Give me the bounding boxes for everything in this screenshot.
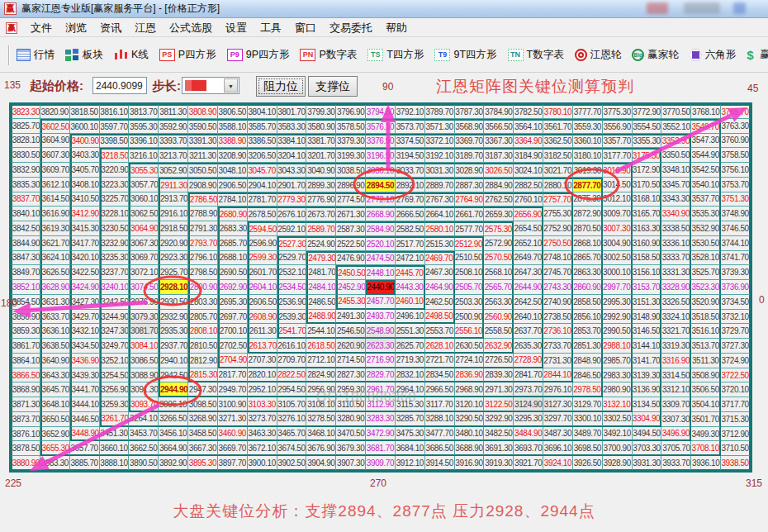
gann-price-square-grid: 3823.303820.903818.503816.103813.703811.… — [9, 102, 752, 473]
grid-cell: 3285.70 — [396, 412, 425, 427]
grid-cell: 3028.90 — [455, 163, 485, 178]
toolbar-item-4[interactable]: P99P四方形 — [227, 48, 290, 62]
grid-cell: 2798.50 — [188, 265, 218, 280]
resistance-button[interactable]: 阻力位 — [256, 76, 306, 97]
grid-cell: 3607.30 — [40, 148, 70, 163]
toolbar-item-7[interactable]: T99T四方形 — [434, 48, 496, 62]
start-price-input[interactable] — [92, 77, 147, 94]
menu-item-5[interactable]: 设置 — [219, 19, 254, 37]
grid-cell: 3561.70 — [543, 119, 573, 134]
toolbar-item-12[interactable]: $赢家服务 — [747, 48, 768, 62]
grid-cell: 3559.30 — [573, 119, 603, 134]
grid-cell: 3403.30 — [70, 148, 100, 163]
grid-cell: 2680.90 — [218, 207, 248, 221]
grid-cell: 3590.50 — [188, 119, 218, 134]
grid-cell: 3168.10 — [633, 192, 662, 207]
grid-cell: 2841.70 — [514, 368, 543, 383]
grid-cell: 3228.10 — [100, 207, 130, 221]
support-button[interactable]: 支撑位 — [308, 76, 358, 97]
grid-cell: 3703.30 — [633, 441, 662, 456]
grid-cell: 3621.70 — [40, 236, 70, 251]
toolbar-item-9[interactable]: 江恩轮 — [575, 48, 622, 62]
grid-cell: 2904.10 — [248, 178, 277, 192]
grid-cell: 2920.90 — [159, 236, 188, 251]
menu-item-3[interactable]: 江恩 — [128, 19, 163, 37]
grid-cell: 2484.10 — [306, 280, 336, 295]
grid-cell: 2659.30 — [484, 207, 514, 221]
menu-item-8[interactable]: 交易委托 — [323, 19, 379, 37]
grid-cell: 3412.90 — [70, 207, 100, 221]
badge-icon: P9 — [227, 49, 243, 61]
grid-cell: 3448.90 — [70, 427, 100, 442]
grid-cell: 3432.10 — [70, 324, 100, 339]
grid-cell-key-level: 2877.70 — [573, 178, 603, 192]
window-button-blurred-icon[interactable] — [647, 2, 668, 14]
toolbar-item-2[interactable]: K线 — [114, 48, 149, 62]
grid-cell: 3720.10 — [721, 382, 751, 397]
grid-cell: 3717.70 — [721, 397, 751, 412]
grid-cell: 2457.70 — [366, 295, 396, 310]
grid-cell: 3266.50 — [159, 412, 188, 427]
grid-cell: 3184.90 — [514, 148, 543, 163]
grid-cell: 2647.30 — [514, 265, 543, 280]
grid-cell: 2606.50 — [248, 295, 277, 310]
menu-item-4[interactable]: 公式选股 — [163, 19, 219, 37]
menu-item-2[interactable]: 资讯 — [93, 19, 128, 37]
toolbar-item-8[interactable]: TNT数字表 — [508, 48, 564, 62]
grid-cell: 3818.50 — [70, 104, 100, 119]
grid-cell: 2846.50 — [573, 368, 603, 383]
grid-cell: 2954.50 — [277, 382, 307, 397]
toolbar-item-0[interactable]: 行情 — [17, 48, 55, 62]
grid-cell: 3196.90 — [366, 148, 396, 163]
grid-cell: 3076.90 — [129, 295, 159, 310]
grid-cell: 2908.90 — [188, 178, 218, 192]
grid-cell: 3379.30 — [336, 134, 366, 149]
grid-cell: 3588.10 — [218, 119, 248, 134]
window-help-blurred-icon[interactable] — [733, 2, 746, 14]
chevron-down-icon[interactable]: ▼ — [224, 78, 238, 93]
grid-cell: 3657.70 — [70, 441, 100, 456]
grid-cell: 3540.10 — [691, 178, 721, 192]
grid-cell: 3391.30 — [188, 134, 218, 149]
toolbar-item-6[interactable]: TST四方形 — [367, 48, 424, 62]
grid-cell: 3050.50 — [188, 163, 218, 178]
grid-cell: 2992.90 — [603, 310, 633, 325]
grid-cell: 3674.50 — [277, 441, 307, 456]
grid-cell: 2839.30 — [484, 368, 514, 383]
step-dropdown[interactable]: ▼ — [182, 77, 239, 94]
grid-cell: 2697.70 — [218, 310, 248, 325]
grid-cell: 2988.10 — [603, 339, 633, 354]
grid-cell: 3506.50 — [691, 382, 721, 397]
menu-item-7[interactable]: 窗口 — [288, 19, 323, 37]
grid-cell: 2527.30 — [277, 236, 307, 251]
grid-cell: 3595.30 — [129, 119, 159, 134]
toolbar-item-10[interactable]: Big赢家轮 — [632, 48, 679, 62]
grid-cell: 2978.50 — [573, 382, 603, 397]
grid-cell: 3842.50 — [11, 221, 40, 236]
window-title: 赢家江恩专业版[赢家服务平台] - [价格正方形] — [21, 2, 220, 16]
window-minmax-blurred-icon[interactable] — [684, 2, 720, 14]
grid-cell: 3088.90 — [129, 368, 159, 383]
toolbar-item-11[interactable]: 六角形 — [690, 48, 737, 62]
grid-cell: 3914.50 — [425, 456, 455, 471]
grid-cell: 3840.10 — [11, 207, 40, 221]
toolbar-item-3[interactable]: PSP四方形 — [159, 48, 216, 62]
grid-cell: 3864.10 — [11, 354, 40, 368]
grid-cell: 3117.70 — [425, 397, 455, 412]
menu-item-6[interactable]: 工具 — [254, 19, 288, 37]
menu-item-0[interactable]: 文件 — [24, 19, 59, 37]
grid-cell: 3902.50 — [277, 456, 307, 471]
grid-cell: 3573.70 — [396, 119, 425, 134]
toolbar-item-5[interactable]: PNP数字表 — [300, 48, 357, 62]
menu-item-1[interactable]: 浏览 — [59, 19, 93, 37]
grid-cell: 2479.30 — [306, 251, 336, 266]
menu-item-9[interactable]: 帮助 — [379, 19, 414, 37]
grid-cell: 3861.70 — [11, 339, 40, 354]
grid-cell: 3876.10 — [11, 427, 40, 442]
grid-cell: 2868.10 — [573, 236, 603, 251]
grid-cell: 3544.90 — [691, 148, 721, 163]
toolbar-item-1[interactable]: 板块 — [65, 48, 103, 62]
grid-cell: 3496.90 — [661, 427, 691, 442]
angle-label-315: 315 — [746, 477, 762, 489]
grid-cell: 3676.90 — [306, 441, 336, 456]
